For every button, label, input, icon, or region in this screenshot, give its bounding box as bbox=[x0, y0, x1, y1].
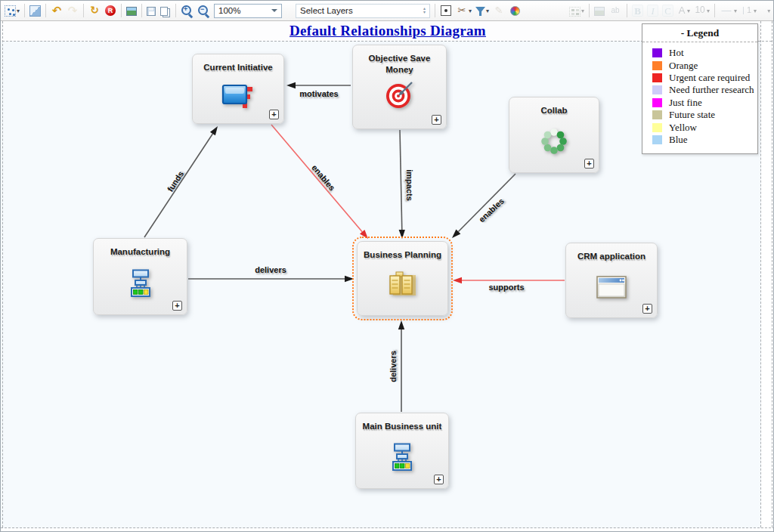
node-label: Manufacturing bbox=[94, 246, 187, 258]
toolbar-gap bbox=[523, 11, 567, 11]
node-manufacturing[interactable]: Manufacturing + bbox=[93, 238, 187, 315]
node-crm-application[interactable]: CRM application + bbox=[565, 243, 658, 318]
B-icon: B bbox=[632, 5, 643, 17]
cut-style-button[interactable]: ✂▾ bbox=[454, 2, 473, 19]
toolbar-separator bbox=[45, 4, 46, 17]
legend-item-label: Hot bbox=[669, 47, 684, 59]
width-icon: 1 bbox=[741, 5, 753, 17]
legend-item-label: Blue bbox=[669, 134, 688, 146]
font-size-button: 10▾ bbox=[692, 2, 711, 19]
font-color-button: C bbox=[661, 2, 675, 19]
save-button[interactable] bbox=[145, 2, 157, 19]
layers-select[interactable]: Select Layers bbox=[296, 4, 430, 18]
legend-swatch bbox=[652, 85, 662, 94]
collab-icon bbox=[540, 127, 568, 156]
cut-icon: ✂ bbox=[456, 5, 468, 17]
node-main-business-unit[interactable]: Main Business unit + bbox=[355, 413, 449, 489]
legend-item: Orange bbox=[652, 59, 757, 71]
expand-button[interactable]: + bbox=[434, 475, 444, 484]
overview-icon bbox=[29, 5, 41, 17]
legend-item: Need further research bbox=[652, 84, 757, 96]
toolbar-separator bbox=[83, 4, 84, 17]
overview-button[interactable] bbox=[28, 2, 42, 19]
copy-button[interactable] bbox=[158, 2, 172, 19]
expand-button[interactable]: + bbox=[269, 110, 279, 119]
app-window: ▾↶↷↻R+−100%Select Layers✂▾▾✎▾abBICA▾10▾—… bbox=[0, 0, 774, 532]
filter-icon bbox=[475, 7, 485, 16]
line-style-button: —▾ bbox=[718, 2, 738, 19]
zoom-level-select-value: 100% bbox=[218, 6, 240, 15]
save-icon bbox=[147, 7, 156, 16]
legend-item-label: Just fine bbox=[669, 97, 702, 109]
fit-view-button[interactable] bbox=[438, 2, 454, 19]
dropdown-arrow-icon: ▾ bbox=[581, 8, 584, 14]
label-style-button: ab bbox=[607, 2, 624, 19]
toolbar-separator bbox=[141, 4, 142, 17]
dropdown-arrow-icon: ▾ bbox=[734, 8, 737, 14]
node-label: CRM application bbox=[566, 251, 657, 262]
none-icon bbox=[760, 5, 766, 17]
zoom-out-button[interactable]: − bbox=[196, 2, 212, 19]
orgunit-icon bbox=[126, 269, 155, 298]
layout-button: ▾ bbox=[568, 2, 586, 19]
legend-header[interactable]: - Legend bbox=[642, 24, 757, 42]
legend-swatch bbox=[652, 73, 662, 82]
legend-item-label: Future state bbox=[669, 109, 715, 121]
dropdown-arrow-icon: ▾ bbox=[17, 8, 20, 14]
zoom-level-select[interactable]: 100% bbox=[214, 4, 282, 18]
toolbar-gap bbox=[284, 11, 293, 11]
node-label: Main Business unit bbox=[356, 421, 448, 432]
expand-button[interactable]: + bbox=[172, 301, 182, 311]
dropdown-arrow-icon: ▾ bbox=[707, 8, 710, 14]
filter-button[interactable]: ▾ bbox=[474, 2, 491, 19]
stop-reload-button[interactable]: R bbox=[103, 2, 118, 19]
copy-icon bbox=[160, 7, 168, 16]
dropdown-arrow-icon bbox=[423, 7, 426, 14]
legend-item: Hot bbox=[652, 47, 757, 59]
legend-swatch bbox=[652, 48, 662, 57]
undo-icon: ↶ bbox=[51, 5, 63, 17]
zoomout-icon: − bbox=[197, 5, 210, 17]
node-collab[interactable]: Collab+ bbox=[509, 97, 599, 173]
node-business-planning[interactable]: Business Planning bbox=[357, 241, 448, 316]
italic-button: I bbox=[646, 2, 660, 19]
legend-swatch bbox=[652, 61, 662, 70]
legend-item: Blue bbox=[652, 134, 757, 146]
redo-icon: ↷ bbox=[67, 5, 79, 17]
refresh-button[interactable]: ↻ bbox=[87, 2, 102, 19]
toolbar-separator bbox=[589, 4, 590, 17]
node-label: Business Planning bbox=[358, 249, 447, 261]
palette-button[interactable] bbox=[507, 2, 522, 19]
node-objective-save-money[interactable]: Objective Save Money + bbox=[352, 45, 447, 129]
target-icon bbox=[384, 79, 416, 110]
extra-style-dropdown-1: ▾ bbox=[759, 2, 772, 19]
legend-item-label: Yellow bbox=[669, 122, 697, 134]
legend-items: HotOrangeUrgent care requiredNeed furthe… bbox=[642, 42, 757, 146]
I-icon: I bbox=[647, 5, 658, 17]
diagram-canvas[interactable]: Default Relationships Diagram motivatesf… bbox=[1, 21, 774, 532]
pencil-icon: ✎ bbox=[493, 5, 505, 17]
redo-button: ↷ bbox=[65, 2, 80, 19]
building-icon bbox=[387, 271, 419, 298]
legend-swatch bbox=[652, 98, 662, 107]
legend-panel: - Legend HotOrangeUrgent care requiredNe… bbox=[642, 23, 758, 154]
dropdown-arrow-icon: ▾ bbox=[767, 8, 770, 14]
window-icon bbox=[596, 275, 627, 299]
node-current-initiative[interactable]: Current Initiative + bbox=[192, 54, 284, 124]
node-label: Current Initiative bbox=[193, 62, 283, 73]
legend-item-label: Orange bbox=[669, 60, 698, 72]
layers-select-value: Select Layers bbox=[300, 6, 353, 15]
diagram-menu-button[interactable]: ▾ bbox=[3, 2, 21, 19]
undo-button[interactable]: ↶ bbox=[49, 2, 64, 19]
expand-button[interactable]: + bbox=[584, 159, 594, 169]
legend-item: Urgent care required bbox=[652, 72, 757, 84]
export-image-button[interactable] bbox=[125, 2, 138, 19]
expand-button[interactable]: + bbox=[432, 115, 441, 125]
legend-item-label: Urgent care required bbox=[669, 72, 750, 84]
expand-button[interactable]: + bbox=[642, 304, 652, 314]
record-icon: R bbox=[105, 5, 116, 16]
orgunit-icon bbox=[388, 443, 416, 472]
toolbar: ▾↶↷↻R+−100%Select Layers✂▾▾✎▾abBICA▾10▾—… bbox=[1, 1, 774, 21]
initiative-icon bbox=[221, 82, 255, 109]
zoom-in-button[interactable]: + bbox=[179, 2, 195, 19]
